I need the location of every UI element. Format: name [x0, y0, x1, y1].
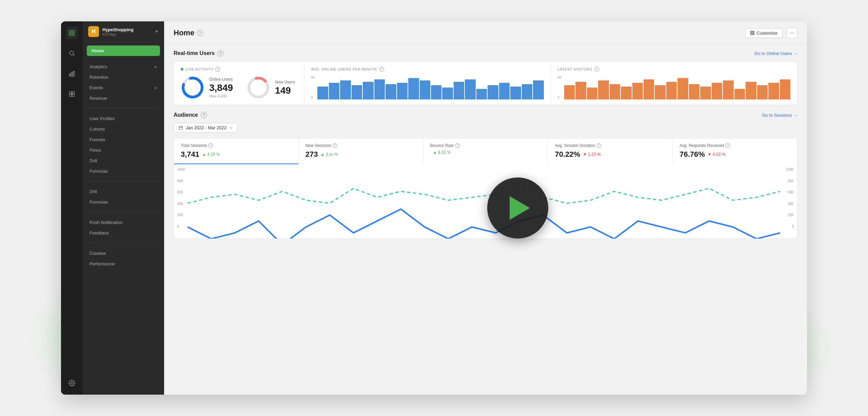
visitors-help-icon[interactable]: ?: [594, 67, 599, 72]
online-users-donut: [181, 76, 204, 99]
sidebar-item-flows[interactable]: Flows: [84, 145, 163, 155]
customize-label: Customize: [757, 31, 777, 36]
avg-session-metric[interactable]: Avg. Session Duration ? 70.22% ▼ 2.23 %: [548, 138, 673, 164]
svg-rect-8: [73, 71, 74, 76]
search-icon[interactable]: [66, 47, 78, 59]
sidebar-item-revenue[interactable]: Revenue: [84, 93, 163, 103]
new-sessions-metric[interactable]: New Sessions ? 273 ▲ 3.xx %: [299, 138, 423, 164]
chart-y-left: 100K 80K 60K 40K 20K 0: [177, 168, 185, 228]
visitors-chart-area: 50 0: [558, 76, 790, 99]
bar: [340, 80, 351, 99]
br-help-icon[interactable]: ?: [455, 143, 460, 148]
bounce-rate-metric[interactable]: Bounce Rate ? ▲ 8.32 %: [423, 138, 548, 164]
realtime-section: Real-time Users ? Go to Online Users → L…: [164, 43, 807, 112]
as-help-icon[interactable]: ?: [596, 143, 601, 148]
revenue-label: Revenue: [90, 96, 107, 101]
bar: [768, 83, 779, 99]
avg-session-label: Avg. Session Duration ?: [555, 143, 666, 148]
bar: [510, 87, 521, 100]
avg-requests-change: ▼ 4.03 %: [708, 152, 726, 157]
goto-sessions-link[interactable]: Go to Sessions →: [762, 113, 797, 118]
dashboard-icon[interactable]: [66, 88, 78, 100]
bar: [655, 85, 665, 99]
live-help-icon[interactable]: ?: [215, 67, 220, 72]
play-triangle-icon: [510, 196, 530, 220]
sidebar-item-cohorts[interactable]: Cohorts: [84, 124, 163, 134]
total-sessions-label: Total Sessions ?: [181, 143, 292, 148]
bar: [723, 80, 733, 99]
header-actions: Customize ···: [745, 27, 797, 38]
bar: [712, 83, 722, 99]
ts-help-icon[interactable]: ?: [208, 143, 213, 148]
sidebar-item-formulas2[interactable]: Formulas: [84, 197, 163, 207]
bar: [746, 82, 756, 100]
grid-icon[interactable]: [66, 27, 78, 39]
new-users-inner: New Users 149: [246, 76, 295, 99]
title-help-icon[interactable]: ?: [197, 30, 203, 36]
bar: [363, 82, 373, 100]
app-window: H HypeShopping iOS App ▼ Home Analytics …: [61, 21, 807, 395]
sidebar-item-retention[interactable]: Retention: [84, 72, 163, 82]
date-picker[interactable]: Jan 2022 - Mar 2022: [174, 123, 238, 133]
bounce-rate-label: Bounce Rate ?: [430, 143, 541, 148]
bar: [488, 85, 498, 99]
ns-help-icon[interactable]: ?: [333, 143, 337, 148]
chart-y-right: 100K 80K 60K 40K 20K 0: [786, 168, 794, 228]
home-button[interactable]: Home: [87, 45, 160, 56]
goto-online-users-link[interactable]: Go to Online Users →: [754, 51, 797, 56]
events-chevron-icon: ▶: [155, 86, 157, 90]
sidebar-item-analytics[interactable]: Analytics ▶: [84, 61, 163, 72]
sidebar-item-crashes[interactable]: Crashes: [84, 248, 163, 259]
settings-icon[interactable]: [66, 377, 78, 389]
metrics-row: Total Sessions ? 3,741 ▲ 4.29 % New Sess…: [174, 138, 797, 164]
app-selector[interactable]: H HypeShopping iOS App ▼: [83, 21, 164, 42]
flows-label: Flows: [90, 148, 101, 153]
drill-label: Drill: [90, 158, 97, 163]
svg-point-4: [70, 51, 74, 55]
avg-y-axis: 50 0: [311, 76, 315, 99]
svg-rect-10: [72, 92, 75, 94]
visitors-bar-chart: [564, 76, 790, 99]
sidebar-item-drill[interactable]: Drill: [84, 155, 163, 166]
notification-section: Push Notification Feedback: [83, 215, 164, 240]
calendar-icon: [179, 126, 183, 130]
analytics-icon[interactable]: [66, 68, 78, 80]
online-users-max: Max 4,400: [209, 94, 233, 98]
formulas-label: Formulas: [90, 169, 108, 174]
bar: [431, 85, 441, 99]
app-info: HypeShopping iOS App: [102, 27, 151, 36]
app-logo: H: [88, 26, 99, 37]
customize-button[interactable]: Customize: [745, 28, 783, 38]
sidebar-item-push-notification[interactable]: Push Notification: [84, 217, 163, 228]
more-options-button[interactable]: ···: [787, 27, 797, 38]
realtime-help-icon[interactable]: ?: [217, 50, 223, 56]
new-sessions-change: ▲ 3.xx %: [321, 152, 338, 157]
avg-help-icon[interactable]: ?: [379, 67, 384, 72]
sidebar-item-feedback[interactable]: Feedback: [84, 228, 163, 238]
bar: [780, 79, 790, 100]
bar: [374, 79, 385, 100]
realtime-title-text: Real-time Users: [174, 50, 215, 56]
date-range-label: Jan 2022 - Mar 2022: [186, 125, 226, 130]
bar: [575, 82, 586, 100]
total-sessions-metric[interactable]: Total Sessions ? 3,741 ▲ 4.29 %: [174, 138, 299, 164]
play-button[interactable]: [487, 177, 548, 239]
ar-help-icon[interactable]: ?: [725, 143, 730, 148]
avg-requests-metric[interactable]: Avg. Requests Received ? 76.76% ▼ 4.03 %: [673, 138, 797, 164]
performance-label: Performance: [90, 261, 115, 266]
bar: [352, 85, 362, 99]
analytics-label: Analytics: [90, 64, 107, 69]
sidebar-item-performance[interactable]: Performance: [84, 259, 163, 269]
sidebar-item-user-profiles[interactable]: User Profiles: [84, 113, 163, 124]
sidebar-item-funnels[interactable]: Funnels: [84, 134, 163, 145]
sidebar-item-events[interactable]: Events ▶: [84, 82, 163, 93]
sidebar-item-formulas[interactable]: Formulas: [84, 166, 163, 176]
bar: [610, 84, 620, 100]
sidebar-item-drill2[interactable]: Drill: [84, 186, 163, 197]
svg-rect-12: [72, 94, 75, 97]
audience-help-icon[interactable]: ?: [201, 112, 207, 118]
divider-2: [88, 181, 159, 182]
svg-rect-0: [70, 31, 72, 33]
bounce-rate-change: ▲ 8.32 %: [433, 150, 451, 155]
page-title: Home: [174, 29, 194, 37]
